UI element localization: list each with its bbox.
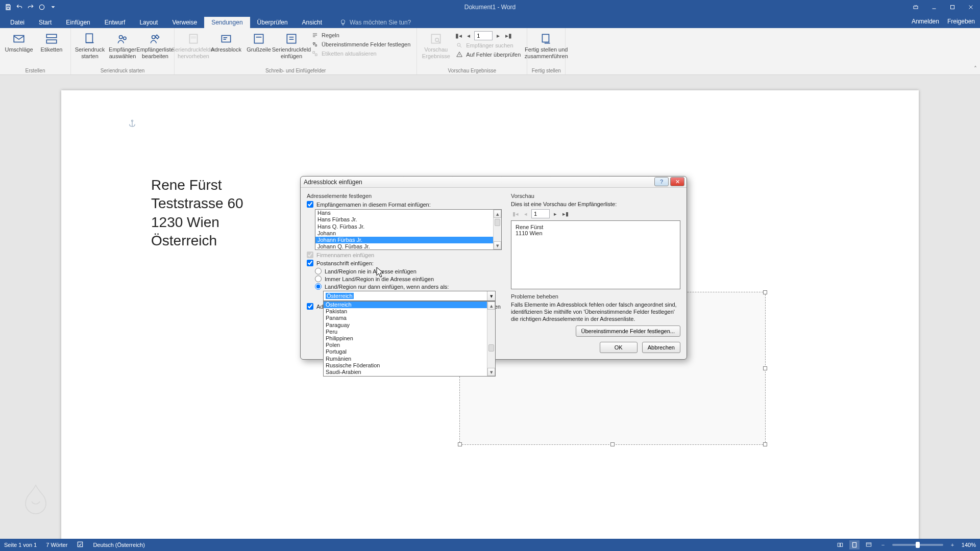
rad-other[interactable] — [315, 283, 322, 290]
status-words[interactable]: 7 Wörter — [46, 542, 67, 548]
save-icon[interactable] — [3, 2, 13, 12]
btn-ok[interactable]: OK — [600, 342, 638, 353]
undo-icon[interactable] — [14, 2, 24, 12]
chk-empfangername[interactable] — [307, 201, 313, 208]
scrollbar[interactable]: ▴ ▾ — [493, 210, 501, 249]
prev-record-icon[interactable]: ◂ — [464, 31, 473, 40]
touch-mode-icon[interactable] — [37, 2, 47, 12]
tab-datei[interactable]: Datei — [3, 17, 32, 28]
btn-adressblock[interactable]: Adressblock — [211, 30, 241, 53]
chk-format-region[interactable] — [307, 303, 313, 310]
first-record-icon[interactable]: ▮◂ — [454, 31, 463, 40]
close-icon[interactable] — [962, 0, 980, 14]
btn-cancel[interactable]: Abbrechen — [642, 342, 680, 353]
tab-verweise[interactable]: Verweise — [165, 17, 204, 28]
country-item[interactable]: Saudi-Arabien — [324, 369, 487, 375]
scroll-down-icon[interactable]: ▾ — [494, 241, 501, 249]
country-item[interactable]: Panama — [324, 315, 487, 321]
zoom-slider[interactable] — [892, 544, 943, 546]
scroll-up-icon[interactable]: ▴ — [487, 302, 495, 310]
record-navigation: ▮◂ ◂ ▸ ▸▮ — [454, 31, 523, 40]
view-print-icon[interactable] — [849, 540, 860, 549]
qat-more-icon[interactable] — [48, 2, 58, 12]
svg-rect-9 — [46, 34, 57, 38]
view-web-icon[interactable] — [864, 540, 874, 549]
next-record-icon[interactable]: ▸ — [551, 209, 560, 218]
country-item[interactable]: Pakistan — [324, 308, 487, 315]
zoom-value[interactable]: 140% — [962, 542, 976, 548]
btn-match-fields[interactable]: Übereinstimmende Felder festlegen... — [576, 325, 680, 337]
rules-icon — [311, 32, 318, 39]
btn-regeln[interactable]: Regeln — [309, 31, 412, 39]
listbox-name-format[interactable]: HansHans Fürbas Jr.Hans Q. Fürbas Jr.Joh… — [315, 209, 502, 250]
lightbulb-icon — [339, 19, 347, 26]
tab-start[interactable]: Start — [32, 17, 59, 28]
ribbon-group-fertig: Fertig stellen und zusammenführen Fertig… — [527, 28, 566, 74]
maximize-icon[interactable] — [943, 0, 962, 14]
btn-grusszeile[interactable]: Grußzeile — [244, 30, 274, 53]
name-format-item[interactable]: Johann Fürbas Jr. — [315, 237, 493, 243]
btn-empfanger-auswahlen[interactable]: Empfänger auswählen — [108, 30, 137, 59]
country-item[interactable]: Paraguay — [324, 322, 487, 329]
ribbon-options-icon[interactable] — [906, 0, 925, 14]
dialog-titlebar[interactable]: Adressblock einfügen ? ✕ — [301, 177, 687, 188]
btn-etiketten[interactable]: Etiketten — [37, 30, 66, 53]
zoom-out-icon[interactable]: − — [878, 540, 888, 549]
rad-never[interactable] — [315, 268, 322, 274]
country-item[interactable]: Portugal — [324, 348, 487, 355]
zoom-in-icon[interactable]: + — [947, 540, 958, 549]
btn-umschlage[interactable]: Umschläge — [4, 30, 34, 53]
scroll-thumb[interactable] — [495, 219, 500, 226]
country-item[interactable]: Polen — [324, 342, 487, 348]
tab-uberprufen[interactable]: Überprüfen — [250, 17, 295, 28]
last-record-icon[interactable]: ▸▮ — [561, 209, 570, 218]
view-read-icon[interactable] — [835, 540, 845, 549]
btn-match-fields[interactable]: Übereinstimmende Felder festlegen — [309, 40, 412, 48]
tab-ansicht[interactable]: Ansicht — [295, 17, 329, 28]
country-item[interactable]: Österreich — [324, 302, 487, 308]
last-record-icon[interactable]: ▸▮ — [504, 31, 513, 40]
status-page[interactable]: Seite 1 von 1 — [4, 542, 37, 548]
status-language[interactable]: Deutsch (Österreich) — [93, 542, 144, 548]
name-format-item[interactable]: Hans Fürbas Jr. — [315, 216, 493, 223]
rad-always[interactable] — [315, 276, 322, 282]
btn-check-errors[interactable]: Auf Fehler überprüfen — [454, 51, 523, 59]
statusbar: Seite 1 von 1 7 Wörter Deutsch (Österrei… — [0, 539, 980, 551]
chevron-down-icon[interactable]: ▾ — [487, 291, 495, 300]
combo-country[interactable]: Österreich ▾ ÖsterreichPakistanPanamaPar… — [323, 291, 496, 301]
tab-entwurf[interactable]: Entwurf — [97, 17, 133, 28]
redo-icon[interactable] — [26, 2, 36, 12]
signin-link[interactable]: Anmelden — [912, 18, 939, 25]
name-format-item[interactable]: Johann Q. Fürbas Jr. — [315, 243, 493, 249]
chk-postanschrift[interactable] — [307, 260, 313, 266]
combo-country-dropdown[interactable]: ÖsterreichPakistanPanamaParaguayPeruPhil… — [323, 301, 496, 377]
name-format-item[interactable]: Hans — [315, 210, 493, 216]
name-format-item[interactable]: Johann — [315, 230, 493, 237]
proofing-icon[interactable] — [77, 541, 84, 549]
tell-me-search[interactable]: Was möchten Sie tun? — [339, 17, 411, 28]
next-record-icon[interactable]: ▸ — [494, 31, 503, 40]
scroll-up-icon[interactable]: ▴ — [494, 210, 501, 218]
collapse-ribbon-icon[interactable]: ˄ — [974, 65, 977, 72]
btn-seriendruckfeld-einfugen[interactable]: Seriendruckfeld einfügen — [277, 30, 306, 59]
dialog-help-icon[interactable]: ? — [654, 177, 669, 186]
dialog-close-icon[interactable]: ✕ — [670, 177, 684, 186]
share-link[interactable]: Freigeben — [947, 18, 975, 25]
country-item[interactable]: Russische Föderation — [324, 362, 487, 369]
country-item[interactable]: Peru — [324, 329, 487, 335]
dropdown-scrollbar[interactable]: ▴ ▾ — [487, 302, 495, 376]
btn-fertig-stellen[interactable]: Fertig stellen und zusammenführen — [531, 30, 561, 59]
country-item[interactable]: Rumänien — [324, 356, 487, 362]
name-format-item[interactable]: Hans Q. Fürbas Jr. — [315, 223, 493, 230]
tab-sendungen[interactable]: Sendungen — [204, 17, 250, 28]
btn-seriendruck-starten[interactable]: Seriendruck starten — [75, 30, 105, 59]
tab-layout[interactable]: Layout — [132, 17, 165, 28]
tab-einfugen[interactable]: Einfügen — [59, 17, 97, 28]
minimize-icon[interactable] — [925, 0, 943, 14]
country-item[interactable]: Philippinen — [324, 335, 487, 342]
scroll-down-icon[interactable]: ▾ — [487, 368, 495, 376]
record-input[interactable] — [474, 31, 493, 40]
btn-empfangerliste-bearbeiten[interactable]: Empfängerliste bearbeiten — [140, 30, 170, 59]
preview-record-input[interactable] — [531, 209, 550, 218]
scroll-thumb[interactable] — [488, 344, 494, 352]
